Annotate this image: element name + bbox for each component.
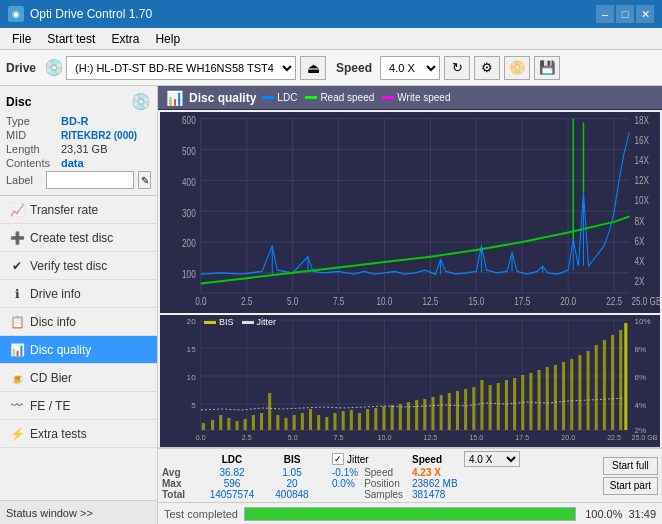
svg-rect-106 xyxy=(333,413,336,430)
svg-text:5.0: 5.0 xyxy=(287,295,298,307)
menu-help[interactable]: Help xyxy=(147,30,188,48)
avg-row-label: Avg xyxy=(162,467,202,478)
sidebar-item-verify-test-disc[interactable]: ✔ Verify test disc xyxy=(0,252,157,280)
sidebar-item-transfer-rate[interactable]: 📈 Transfer rate xyxy=(0,196,157,224)
speed-label: Speed xyxy=(336,61,372,75)
menu-extra[interactable]: Extra xyxy=(103,30,147,48)
legend-write-speed: Write speed xyxy=(382,92,450,103)
svg-rect-116 xyxy=(415,400,418,430)
svg-rect-135 xyxy=(570,359,573,430)
speed-col-header: Speed xyxy=(412,451,462,467)
svg-text:4%: 4% xyxy=(634,401,646,410)
ldc-label: LDC xyxy=(277,92,297,103)
svg-rect-127 xyxy=(505,380,508,430)
svg-text:400: 400 xyxy=(182,176,196,188)
total-row-label: Total xyxy=(162,489,202,500)
drive-select[interactable]: (H:) HL-DT-ST BD-RE WH16NS58 TST4 xyxy=(66,56,296,80)
write-speed-dot xyxy=(382,96,394,99)
media-button[interactable]: 📀 xyxy=(504,56,530,80)
sidebar-item-fe-te[interactable]: 〰 FE / TE xyxy=(0,392,157,420)
sidebar-item-drive-info[interactable]: ℹ Drive info xyxy=(0,280,157,308)
mid-label: MID xyxy=(6,129,61,141)
svg-rect-107 xyxy=(342,411,345,430)
svg-rect-139 xyxy=(603,340,606,430)
start-buttons: Start full Start part xyxy=(603,457,658,495)
svg-rect-137 xyxy=(587,351,590,430)
legend-bis: BIS xyxy=(204,317,234,327)
max-bis-value: 20 xyxy=(262,478,322,489)
svg-rect-132 xyxy=(546,367,549,430)
speed-select-stats[interactable]: 4.0 X xyxy=(464,451,520,467)
svg-rect-134 xyxy=(562,362,565,430)
sidebar-menu: 📈 Transfer rate ➕ Create test disc ✔ Ver… xyxy=(0,196,157,500)
svg-text:300: 300 xyxy=(182,206,196,218)
jitter-checkbox[interactable]: ✓ xyxy=(332,453,344,465)
sidebar-item-disc-quality[interactable]: 📊 Disc quality xyxy=(0,336,157,364)
drive-bar: Drive 💿 (H:) HL-DT-ST BD-RE WH16NS58 TST… xyxy=(0,50,662,86)
svg-text:20.0: 20.0 xyxy=(561,434,575,441)
ldc-dot xyxy=(262,96,274,99)
sidebar-item-create-test-disc[interactable]: ➕ Create test disc xyxy=(0,224,157,252)
menu-file[interactable]: File xyxy=(4,30,39,48)
start-full-button[interactable]: Start full xyxy=(603,457,658,475)
svg-text:100: 100 xyxy=(182,268,196,280)
svg-text:0.0: 0.0 xyxy=(195,295,206,307)
minimize-button[interactable]: – xyxy=(596,5,614,23)
sidebar-item-label: FE / TE xyxy=(30,399,70,413)
label-edit-button[interactable]: ✎ xyxy=(138,171,151,189)
svg-text:15.0: 15.0 xyxy=(469,434,483,441)
max-row-label: Max xyxy=(162,478,202,489)
svg-rect-117 xyxy=(423,399,426,430)
label-input[interactable] xyxy=(46,171,134,189)
svg-rect-126 xyxy=(497,383,500,430)
svg-rect-91 xyxy=(211,420,214,430)
svg-text:10: 10 xyxy=(187,373,197,382)
status-window-button[interactable]: Status window >> xyxy=(0,500,157,524)
refresh-button[interactable]: ↻ xyxy=(444,56,470,80)
type-value: BD-R xyxy=(61,115,89,127)
jitter-col-header: Jitter xyxy=(347,454,369,465)
eject-button[interactable]: ⏏ xyxy=(300,56,326,80)
sidebar-item-label: Disc quality xyxy=(30,343,91,357)
svg-text:10X: 10X xyxy=(634,194,649,206)
svg-rect-121 xyxy=(456,391,459,430)
sidebar-item-cd-bier[interactable]: 🍺 CD Bier xyxy=(0,364,157,392)
svg-text:10%: 10% xyxy=(634,317,650,326)
speed-select[interactable]: 4.0 X xyxy=(380,56,440,80)
bis-dot xyxy=(204,321,216,324)
svg-rect-111 xyxy=(374,408,377,430)
chart1-legend: LDC Read speed Write speed xyxy=(262,92,450,103)
chart2-svg: 20 15 10 5 10% 8% 6% 4% 2% 0.0 2.5 5.0 7… xyxy=(160,315,660,445)
start-part-button[interactable]: Start part xyxy=(603,477,658,495)
app-icon: ◉ xyxy=(8,6,24,22)
charts-area: 600 500 400 300 200 100 18X 16X 14X 12X … xyxy=(158,110,662,447)
maximize-button[interactable]: □ xyxy=(616,5,634,23)
bottom-stats: LDC BIS ✓ Jitter Speed 4.0 X xyxy=(158,447,662,524)
legend-jitter: Jitter xyxy=(242,317,277,327)
svg-text:17.5: 17.5 xyxy=(514,295,530,307)
svg-text:15: 15 xyxy=(187,345,197,354)
svg-rect-98 xyxy=(268,393,271,430)
svg-text:20.0: 20.0 xyxy=(560,295,576,307)
svg-rect-101 xyxy=(293,415,296,430)
fe-te-icon: 〰 xyxy=(10,399,24,413)
svg-text:10.0: 10.0 xyxy=(378,434,392,441)
content-title: Disc quality xyxy=(189,91,256,105)
sidebar-item-label: Extra tests xyxy=(30,427,87,441)
svg-text:12X: 12X xyxy=(634,174,649,186)
svg-text:6%: 6% xyxy=(634,373,646,382)
sidebar-item-label: Verify test disc xyxy=(30,259,107,273)
samples-label: Samples xyxy=(364,489,412,500)
svg-rect-123 xyxy=(472,387,475,430)
menu-start-test[interactable]: Start test xyxy=(39,30,103,48)
bis-col-header: BIS xyxy=(262,451,322,467)
svg-text:2.5: 2.5 xyxy=(242,434,252,441)
save-button[interactable]: 💾 xyxy=(534,56,560,80)
sidebar-item-extra-tests[interactable]: ⚡ Extra tests xyxy=(0,420,157,448)
transfer-rate-icon: 📈 xyxy=(10,203,24,217)
close-button[interactable]: ✕ xyxy=(636,5,654,23)
progress-label: Test completed xyxy=(164,508,238,520)
sidebar-item-label: Transfer rate xyxy=(30,203,98,217)
sidebar-item-disc-info[interactable]: 📋 Disc info xyxy=(0,308,157,336)
config-button[interactable]: ⚙ xyxy=(474,56,500,80)
